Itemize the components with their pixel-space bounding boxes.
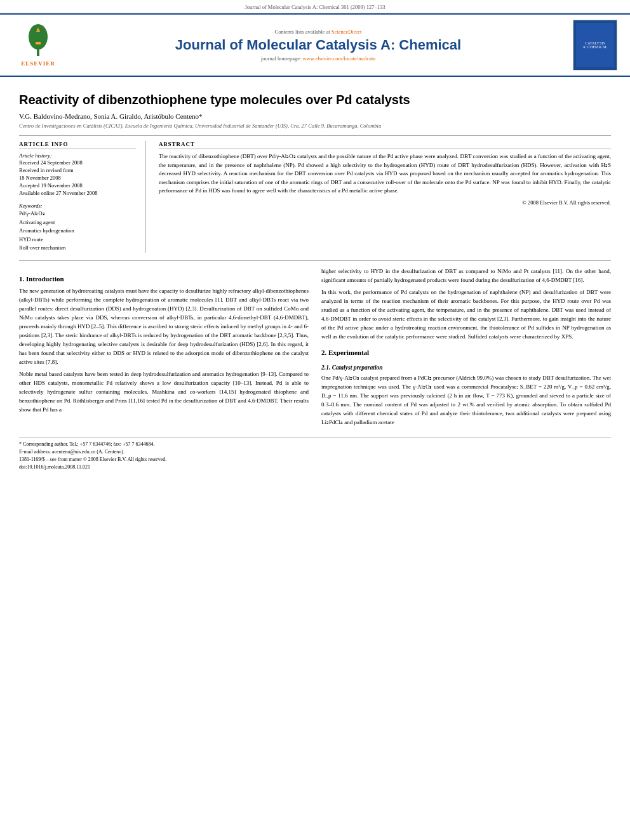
copyright-notice: © 2008 Elsevier B.V. All rights reserved… — [159, 199, 611, 206]
journal-citation-header: Journal of Molecular Catalysis A: Chemic… — [0, 0, 630, 13]
abstract-heading: Abstract — [159, 141, 611, 149]
sciencedirect-prefix: Contents lists available at — [275, 29, 330, 35]
sciencedirect-link: ScienceDirect — [332, 29, 362, 35]
right-paragraph-2: In this work, the performance of Pd cata… — [321, 288, 611, 342]
keyword-2: Activating agent — [19, 218, 136, 227]
footnotes: * Corresponding author. Tel.: +57 7 6344… — [19, 437, 611, 471]
elsevier-label: ELSEVIER — [21, 60, 55, 67]
keyword-5: Roll-over mechanism — [19, 244, 136, 253]
catalyst-prep-heading: 2.1. Catalyst preparation — [321, 363, 611, 372]
article-title: Reactivity of dibenzothiophene type mole… — [19, 93, 611, 107]
revised-date: 18 November 2008 — [19, 175, 136, 181]
homepage-link: www.elsevier.com/locate/molcata — [302, 55, 375, 62]
journal-banner: ELSEVIER Contents lists available at Sci… — [0, 13, 630, 77]
content-area: Reactivity of dibenzothiophene type mole… — [0, 77, 630, 481]
abstract-panel: Abstract The reactivity of dibenzothioph… — [159, 141, 611, 253]
accepted-date: Accepted 19 November 2008 — [19, 182, 136, 189]
keywords-list: Pd/γ-Al₂O₃ Activating agent Aromatics hy… — [19, 210, 136, 253]
footnote-email: E-mail address: acenteno@uis.edu.co (A. … — [19, 448, 611, 456]
sciencedirect-line: Contents lists available at ScienceDirec… — [70, 29, 566, 35]
svg-rect-2 — [36, 42, 41, 44]
journal-title: Journal of Molecular Catalysis A: Chemic… — [70, 37, 566, 53]
info-abstract-section: Article Info Article history: Received 2… — [19, 141, 611, 253]
body-columns: 1. Introduction The new generation of hy… — [19, 267, 611, 430]
received-date: Received 24 September 2008 — [19, 159, 136, 166]
page: Journal of Molecular Catalysis A: Chemic… — [0, 0, 630, 840]
revised-label: Received in revised form — [19, 167, 136, 173]
keyword-4: HYD route — [19, 236, 136, 244]
homepage-label: journal homepage: — [261, 55, 302, 62]
footnote-star: * Corresponding author. Tel.: +57 7 6344… — [19, 441, 611, 448]
journal-citation-text: Journal of Molecular Catalysis A: Chemic… — [245, 4, 385, 10]
keywords-label: Keywords: — [19, 203, 136, 209]
body-left-column: 1. Introduction The new generation of hy… — [19, 267, 309, 430]
history-label: Article history: — [19, 152, 136, 159]
intro-paragraph-1: The new generation of hydrotreating cata… — [19, 287, 309, 366]
body-right-column: higher selectivity to HYD in the desulfu… — [321, 267, 611, 430]
journal-cover-image: CATALYSISA: CHEMICAL — [573, 20, 617, 70]
footnote-issn: 1381-1169/$ – see front matter © 2008 El… — [19, 456, 611, 463]
intro-paragraph-2: Noble metal based catalysts have been te… — [19, 370, 309, 415]
experimental-heading: 2. Experimental — [321, 347, 611, 358]
online-date: Available online 27 November 2008 — [19, 190, 136, 196]
keyword-3: Aromatics hydrogenation — [19, 227, 136, 236]
authors: V.G. Baldovino-Medrano, Sonia A. Giraldo… — [19, 112, 611, 120]
footnote-doi: doi:10.1016/j.molcata.2008.11.021 — [19, 463, 611, 471]
catalyst-prep-paragraph: One Pd/γ-Al₂O₃ catalyst prepared from a … — [321, 374, 611, 427]
keyword-1: Pd/γ-Al₂O₃ — [19, 210, 136, 218]
cover-text: CATALYSISA: CHEMICAL — [582, 40, 609, 50]
elsevier-logo: ELSEVIER — [13, 24, 64, 67]
article-info-panel: Article Info Article history: Received 2… — [19, 141, 146, 253]
divider-after-affiliation — [19, 135, 611, 136]
cover-inner: CATALYSISA: CHEMICAL — [576, 23, 614, 67]
article-info-heading: Article Info — [19, 141, 136, 149]
elsevier-tree-icon — [22, 24, 54, 59]
divider-after-abstract — [19, 260, 611, 261]
affiliation: Centro de Investigaciones en Catálisis (… — [19, 123, 611, 129]
journal-homepage: journal homepage: www.elsevier.com/locat… — [70, 55, 566, 62]
abstract-text: The reactivity of dibenzothiophene (DBT)… — [159, 152, 611, 196]
intro-heading: 1. Introduction — [19, 274, 309, 284]
right-paragraph-1: higher selectivity to HYD in the desulfu… — [321, 267, 611, 285]
journal-title-block: Contents lists available at ScienceDirec… — [64, 29, 573, 62]
